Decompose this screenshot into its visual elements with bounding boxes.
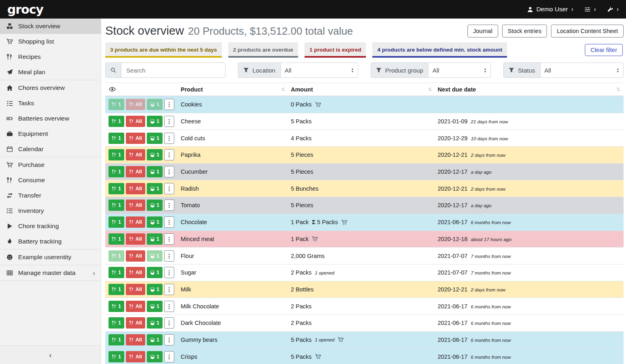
open-one-button[interactable]: 1 [147,166,163,177]
consume-one-button[interactable]: 1 [109,317,124,329]
sidebar-item-recipes[interactable]: Recipes [0,49,101,64]
consume-all-button[interactable]: All [126,200,145,211]
sidebar-item-calendar[interactable]: Calendar [0,141,101,157]
open-one-button[interactable]: 1 [147,301,163,312]
consume-all-button[interactable]: All [126,351,145,362]
row-menu-button[interactable]: ⋮ [164,267,174,278]
settings-menu[interactable]: › [584,6,596,12]
consume-all-button[interactable]: All [126,250,145,262]
consume-one-button[interactable]: 1 [109,284,124,295]
open-one-button[interactable]: 1 [147,284,163,295]
amount-column-header[interactable]: Amount⇅ [291,86,438,93]
product-group-filter-select[interactable]: All ▲▼ [428,62,491,78]
cart-icon[interactable] [315,354,321,360]
clear-filter-button[interactable]: Clear filter [585,44,623,56]
grocy-logo[interactable]: grocy [7,2,43,17]
consume-all-button[interactable]: All [126,216,145,228]
sidebar-item-transfer[interactable]: Transfer [0,188,101,203]
row-menu-button[interactable]: ⋮ [164,317,174,329]
sidebar-item-equipment[interactable]: Equipment [0,126,101,141]
sidebar-item-stock-overview[interactable]: Stock overview [0,19,101,34]
consume-all-button[interactable]: All [126,317,145,329]
search-input[interactable] [121,62,225,78]
consume-one-button[interactable]: 1 [109,99,124,110]
row-menu-button[interactable]: ⋮ [164,200,174,211]
open-one-button[interactable]: 1 [147,250,163,262]
consume-one-button[interactable]: 1 [109,267,124,278]
consume-all-button[interactable]: All [126,334,145,345]
toggle-visibility-eye-icon[interactable] [105,86,181,93]
consume-all-button[interactable]: All [126,149,145,160]
consume-one-button[interactable]: 1 [109,250,124,262]
consume-all-button[interactable]: All [126,133,145,144]
location-filter-select[interactable]: All ▲▼ [280,62,358,78]
sidebar-item-tasks[interactable]: Tasks [0,96,101,111]
row-menu-button[interactable]: ⋮ [164,149,174,160]
row-menu-button[interactable]: ⋮ [164,99,174,110]
sidebar-item-chores-overview[interactable]: Chores overview [0,80,101,96]
consume-one-button[interactable]: 1 [109,200,124,211]
consume-all-button[interactable]: All [126,166,145,177]
open-one-button[interactable]: 1 [147,149,163,160]
row-menu-button[interactable]: ⋮ [164,116,174,127]
expired-banner[interactable]: 1 product is expired [305,42,366,58]
stock-entries-button[interactable]: Stock entries [502,25,547,37]
consume-one-button[interactable]: 1 [109,166,124,177]
admin-menu[interactable]: › [607,6,619,12]
cart-icon[interactable] [338,337,344,343]
sidebar-item-consume[interactable]: Consume [0,173,101,188]
open-one-button[interactable]: 1 [147,233,163,245]
sidebar-item-inventory[interactable]: Inventory [0,203,101,218]
row-menu-button[interactable]: ⋮ [164,233,174,245]
consume-all-button[interactable]: All [126,99,145,110]
sidebar-item-chore-tracking[interactable]: Chore tracking [0,218,101,234]
consume-one-button[interactable]: 1 [109,216,124,228]
row-menu-button[interactable]: ⋮ [164,183,174,194]
consume-all-button[interactable]: All [126,267,145,278]
product-column-header[interactable]: Product⇅ [181,86,291,93]
cart-icon[interactable] [312,236,318,242]
consume-one-button[interactable]: 1 [109,149,124,160]
row-menu-button[interactable]: ⋮ [164,216,174,228]
sidebar-item-purchase[interactable]: Purchase [0,157,101,173]
consume-one-button[interactable]: 1 [109,133,124,144]
row-menu-button[interactable]: ⋮ [164,133,174,144]
cart-icon[interactable] [341,219,347,225]
consume-all-button[interactable]: All [126,284,145,295]
open-one-button[interactable]: 1 [147,116,163,127]
row-menu-button[interactable]: ⋮ [164,284,174,295]
overdue-banner[interactable]: 2 products are overdue [228,42,298,58]
consume-all-button[interactable]: All [126,301,145,312]
sidebar-item-batteries-overview[interactable]: Batteries overview [0,111,101,126]
open-one-button[interactable]: 1 [147,216,163,228]
consume-one-button[interactable]: 1 [109,301,124,312]
consume-one-button[interactable]: 1 [109,183,124,194]
consume-all-button[interactable]: All [126,183,145,194]
below-min-stock-banner[interactable]: 4 products are below defined min. stock … [372,42,507,58]
next-due-date-column-header[interactable]: Next due date⇅ [438,86,624,93]
journal-button[interactable]: Journal [467,25,498,37]
row-menu-button[interactable]: ⋮ [164,250,174,262]
sidebar-collapse-button[interactable]: ‹ [0,345,101,364]
open-one-button[interactable]: 1 [147,334,163,345]
open-one-button[interactable]: 1 [147,351,163,362]
status-filter-select[interactable]: All ▲▼ [540,62,624,78]
sidebar-item-battery-tracking[interactable]: Battery tracking [0,234,101,250]
open-one-button[interactable]: 1 [147,267,163,278]
consume-all-button[interactable]: All [126,233,145,245]
sidebar-item-manage-master-data[interactable]: Manage master data› [0,265,101,281]
sidebar-item-meal-plan[interactable]: Meal plan [0,64,101,80]
open-one-button[interactable]: 1 [147,317,163,329]
cart-icon[interactable] [315,102,321,108]
row-menu-button[interactable]: ⋮ [164,334,174,345]
due-soon-banner[interactable]: 3 products are due within the next 5 day… [105,42,222,58]
consume-one-button[interactable]: 1 [109,233,124,245]
consume-one-button[interactable]: 1 [109,116,124,127]
location-content-sheet-button[interactable]: Location Content Sheet [551,25,624,37]
open-one-button[interactable]: 1 [147,183,163,194]
row-menu-button[interactable]: ⋮ [164,166,174,177]
consume-all-button[interactable]: All [126,116,145,127]
consume-one-button[interactable]: 1 [109,351,124,362]
open-one-button[interactable]: 1 [147,99,163,110]
sidebar-item-example-userentity[interactable]: Example userentity [0,250,101,265]
